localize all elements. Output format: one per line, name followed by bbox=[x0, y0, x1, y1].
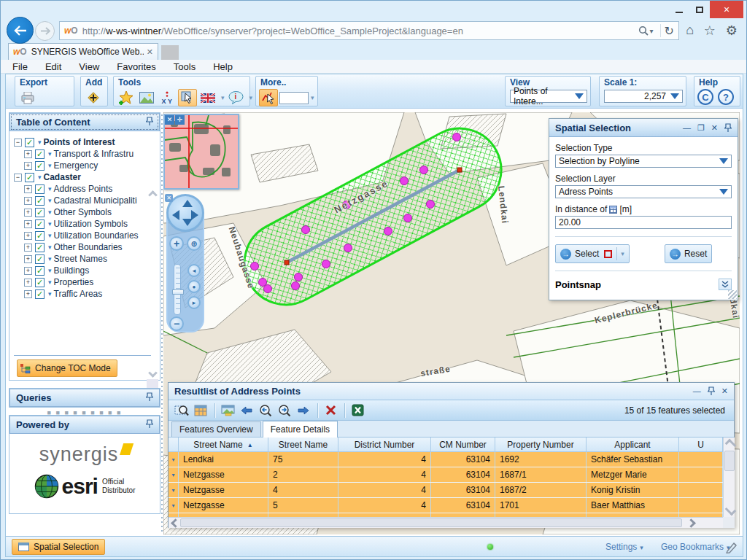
current-extent-button[interactable]: ● bbox=[187, 280, 201, 293]
distance-input[interactable]: 20.00 bbox=[555, 216, 732, 229]
table-cell[interactable]: 4 bbox=[338, 498, 431, 513]
copyright-button[interactable]: C bbox=[697, 89, 713, 105]
selected-address-point[interactable] bbox=[292, 282, 300, 290]
info-caret-icon[interactable]: ▾ bbox=[249, 94, 253, 101]
queries-pin-icon[interactable] bbox=[146, 392, 153, 405]
table-cell[interactable]: Lendkai bbox=[179, 452, 268, 467]
table-cell[interactable]: 63104 bbox=[431, 498, 495, 513]
column-header[interactable]: U bbox=[679, 438, 723, 452]
layer-caret-icon[interactable]: ▾ bbox=[38, 174, 42, 181]
collapse-icon[interactable]: − bbox=[14, 174, 22, 182]
map-view-button[interactable] bbox=[219, 402, 236, 419]
toc-item[interactable]: +✓▾Other Symbols bbox=[9, 206, 147, 218]
menu-view[interactable]: View bbox=[79, 61, 99, 72]
layer-checkbox[interactable]: ✓ bbox=[35, 161, 44, 171]
search-icon[interactable] bbox=[638, 26, 649, 36]
info-tool-button[interactable]: i bbox=[227, 89, 246, 106]
table-cell[interactable]: 4 bbox=[338, 467, 431, 482]
zoom-in-button[interactable]: + bbox=[169, 236, 184, 251]
table-cell[interactable]: 2 bbox=[268, 467, 338, 482]
table-cell[interactable] bbox=[679, 467, 723, 482]
scroll-right-icon[interactable] bbox=[686, 518, 696, 528]
table-cell[interactable]: 1687/1 bbox=[495, 467, 587, 482]
settings-menu[interactable]: Settings▾ bbox=[605, 542, 643, 552]
window-close-button[interactable]: × bbox=[710, 1, 743, 18]
reset-button[interactable]: → Reset bbox=[665, 244, 712, 263]
column-header[interactable]: CM Number bbox=[431, 438, 495, 452]
more-caret-icon[interactable]: ▾ bbox=[311, 94, 314, 101]
window-titlebar[interactable]: × bbox=[1, 1, 746, 21]
hscroll-thumb[interactable] bbox=[180, 518, 682, 527]
settings-gear-icon[interactable]: ⚙ bbox=[726, 23, 738, 39]
table-row[interactable]: ▾Netzgasse24631041687/1Metzger Marie bbox=[169, 467, 723, 483]
selection-type-dropdown[interactable]: Selection by Polyline bbox=[555, 155, 732, 168]
toc-item[interactable]: +✓▾Utilization Symbols bbox=[9, 218, 147, 230]
layer-caret-icon[interactable]: ▾ bbox=[48, 255, 52, 262]
expand-icon[interactable]: + bbox=[24, 150, 32, 158]
resultlist-minimize-icon[interactable]: — bbox=[693, 387, 701, 395]
change-toc-mode-button[interactable]: Change TOC Mode bbox=[17, 359, 117, 377]
selected-address-point[interactable] bbox=[427, 201, 435, 209]
panel-resize-grip[interactable] bbox=[728, 290, 737, 299]
browser-tab[interactable]: wO SYNERGIS WebOffice Web... ✕ bbox=[8, 43, 158, 60]
row-menu-caret-icon[interactable]: ▾ bbox=[169, 467, 179, 482]
new-tab-button[interactable] bbox=[161, 45, 179, 60]
toc-item[interactable]: +✓▾Cadastral Municipaliti bbox=[9, 195, 147, 206]
toc-item[interactable]: −✓▾Cadaster bbox=[9, 171, 147, 183]
panel-minimize-icon[interactable]: — bbox=[683, 124, 691, 132]
back-button[interactable] bbox=[7, 17, 34, 44]
selected-address-point[interactable] bbox=[420, 166, 428, 174]
zoom-out-button[interactable]: − bbox=[169, 316, 184, 331]
selected-address-point[interactable] bbox=[295, 273, 303, 281]
table-cell[interactable]: 4 bbox=[338, 452, 431, 467]
scroll-down-icon[interactable] bbox=[725, 505, 737, 516]
tab-features-overview[interactable]: Features Overview bbox=[171, 421, 261, 437]
expand-icon[interactable]: + bbox=[24, 267, 32, 275]
tab-feature-details[interactable]: Feature Details bbox=[263, 421, 338, 438]
expand-icon[interactable]: + bbox=[24, 232, 32, 240]
favorites-star-icon[interactable]: ☆ bbox=[704, 23, 716, 39]
expand-icon[interactable]: + bbox=[24, 209, 32, 217]
layer-caret-icon[interactable]: ▾ bbox=[48, 209, 52, 216]
result-table-hscrollbar[interactable] bbox=[169, 517, 723, 528]
resultlist-pin-icon[interactable] bbox=[708, 386, 715, 396]
layer-caret-icon[interactable]: ▾ bbox=[48, 162, 52, 169]
layer-checkbox[interactable]: ✓ bbox=[35, 184, 44, 194]
scroll-left-icon[interactable] bbox=[171, 518, 180, 528]
table-cell[interactable] bbox=[679, 452, 723, 467]
more-tool-combobox[interactable] bbox=[279, 92, 309, 104]
selected-address-point[interactable] bbox=[400, 177, 409, 185]
toc-scroll-down-icon[interactable] bbox=[148, 368, 158, 378]
toc-item[interactable]: +✓▾Address Points bbox=[9, 183, 147, 195]
menu-file[interactable]: File bbox=[12, 61, 28, 72]
url-text[interactable]: http://w-ws-wintner/WebOffice/synserver?… bbox=[82, 26, 638, 36]
table-cell[interactable]: 1692 bbox=[495, 452, 587, 467]
toc-item[interactable]: +✓▾Transport & Infrastru bbox=[9, 148, 147, 160]
pan-left-icon[interactable] bbox=[172, 210, 179, 220]
table-cell[interactable] bbox=[679, 483, 723, 497]
layer-checkbox[interactable]: ✓ bbox=[25, 173, 34, 182]
layer-caret-icon[interactable]: ▾ bbox=[38, 139, 42, 146]
layer-caret-icon[interactable]: ▾ bbox=[48, 220, 52, 228]
expand-icon[interactable]: + bbox=[24, 290, 32, 298]
pan-right-icon[interactable] bbox=[191, 210, 198, 220]
table-row[interactable]: ▾Netzgasse44631041687/2Konig Kristin bbox=[169, 483, 723, 498]
powered-by-pin-icon[interactable] bbox=[146, 419, 153, 432]
layer-caret-icon[interactable]: ▾ bbox=[48, 197, 52, 204]
scroll-up-icon[interactable] bbox=[725, 439, 737, 451]
overview-close-icon[interactable]: ✕ bbox=[165, 115, 174, 125]
column-header[interactable]: Street Name▲ bbox=[179, 438, 268, 452]
layer-checkbox[interactable]: ✓ bbox=[35, 208, 44, 217]
table-cell[interactable]: 63104 bbox=[431, 452, 495, 467]
layer-caret-icon[interactable]: ▾ bbox=[48, 244, 52, 251]
spatial-selection-header[interactable]: Spatial Selection — ❐ ✕ bbox=[549, 119, 738, 137]
column-header[interactable]: Property Number bbox=[495, 438, 587, 452]
layer-checkbox[interactable]: ✓ bbox=[35, 149, 44, 159]
resultlist-close-icon[interactable]: ✕ bbox=[721, 387, 728, 395]
toc-item[interactable]: +✓▾Street Names bbox=[9, 253, 147, 265]
language-caret-icon[interactable]: ▾ bbox=[221, 94, 225, 101]
address-bar[interactable]: wO http://w-ws-wintner/WebOffice/synserv… bbox=[59, 21, 679, 40]
zoom-next-button[interactable] bbox=[276, 402, 293, 419]
table-cell[interactable]: Konig Kristin bbox=[587, 483, 679, 497]
help-button[interactable]: ? bbox=[718, 89, 734, 105]
